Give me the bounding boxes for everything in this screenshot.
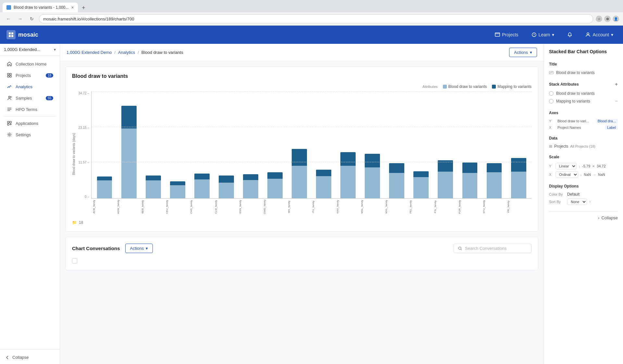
bar-pjl (434, 91, 457, 198)
bar-msl (361, 91, 384, 198)
bar-asw-top (121, 106, 137, 128)
x-axis-labels: ACB_family ASW_family BEB_family CEU_fam… (91, 199, 531, 216)
panel-stack-header: Stack Attributes + (549, 81, 618, 87)
conversations-left: Chart Conversations Actions ▾ (72, 244, 153, 253)
y-scale-dropdown[interactable]: Linear (556, 163, 577, 169)
stack-attr-2-remove-button[interactable]: − (615, 98, 618, 104)
bar-beb-bottom (146, 180, 161, 198)
svg-point-6 (587, 33, 589, 35)
bar-ceu-bottom (170, 185, 185, 198)
account-icon[interactable]: 👤 (613, 16, 619, 22)
extensions-icon[interactable]: ⚙ (604, 16, 611, 22)
legend-mapping-dot (492, 85, 496, 89)
sidebar-collapse-button[interactable]: Collapse (0, 352, 60, 362)
new-tab-button[interactable]: + (79, 3, 88, 12)
sidebar-item-analytics[interactable]: Analytics (1, 81, 58, 92)
bar-stu (483, 91, 506, 198)
conversation-checkbox[interactable] (72, 258, 77, 263)
svg-rect-17 (10, 121, 11, 123)
breadcrumb-collection[interactable]: 1,000G Extended Demo (67, 50, 112, 55)
reload-button[interactable]: ↻ (27, 14, 36, 23)
url-bar[interactable]: mosaic.frameshift.io/#/collections/189/c… (39, 14, 593, 23)
logo-text: mosaic (18, 31, 38, 38)
bar-pur-top (462, 163, 478, 173)
sidebar-item-hpo-terms[interactable]: HPO Terms (1, 104, 58, 115)
nav-account[interactable]: Account ▾ (582, 30, 617, 39)
legend-mapping: Mapping to variants (492, 84, 531, 89)
bar-khv-top (340, 152, 356, 166)
color-by-label: Color By (549, 192, 565, 196)
bar-ceu-top (170, 181, 185, 185)
breadcrumb-analytics[interactable]: Analytics (118, 50, 135, 55)
svg-rect-0 (9, 32, 11, 34)
legend-mapping-label: Mapping to variants (497, 84, 531, 89)
forward-button[interactable]: → (16, 14, 25, 23)
sidebar-item-settings[interactable]: Settings (1, 129, 58, 140)
bar-clm-top (219, 176, 234, 183)
sidebar-item-label: Collection Home (16, 62, 46, 67)
data-table-icon: ⊞ (549, 144, 552, 149)
app: mosaic Projects Learn ▾ Account ▾ 1,000G… (0, 26, 623, 364)
bar-esn-top (243, 174, 258, 180)
svg-point-12 (10, 96, 12, 98)
actions-button[interactable]: Actions ▾ (509, 48, 537, 57)
sidebar-nav: Collection Home Projects 18 Analytics (0, 55, 60, 349)
sidebar-item-samples[interactable]: Samples 55 (1, 92, 58, 103)
sort-by-dropdown[interactable]: None (567, 199, 587, 205)
panel-data-header: Data (549, 136, 618, 140)
hpo-icon (6, 106, 12, 112)
sidebar-item-collection-home[interactable]: Collection Home (1, 58, 58, 69)
back-button[interactable]: ← (4, 14, 13, 23)
x-label-mxl: MXL_family (385, 199, 408, 216)
bar-chs (190, 91, 214, 198)
conversations-header: Chart Conversations Actions ▾ Search Con… (72, 244, 531, 253)
active-tab[interactable]: Blood draw to variants - 1,000... × (3, 3, 78, 12)
x-label-stu: STU_family (483, 199, 506, 216)
chart-footer: 📁 18 (72, 220, 531, 225)
sidebar-item-projects[interactable]: Projects 18 (1, 70, 58, 81)
bar-yri-top (511, 158, 526, 172)
panel-data-projects-row: ⊞ Projects All Projects (18) (549, 143, 618, 150)
panel-title-section: Title Blood draw to variants (549, 62, 618, 76)
y-axis-field-label: Y (549, 119, 556, 123)
nav-projects[interactable]: Projects (492, 30, 522, 39)
x-label-khv: KHV_family (336, 199, 360, 216)
chart-legend: Attributes Blood draw to variants Mappin… (72, 84, 531, 89)
bookmark-icon[interactable]: ☆ (596, 16, 602, 22)
sort-by-label: Sort By (549, 200, 565, 204)
nav-learn[interactable]: Learn ▾ (528, 30, 558, 39)
tab-close-button[interactable]: × (71, 5, 74, 10)
sidebar-item-applications[interactable]: Applications (1, 118, 58, 129)
x-scale-dropdown[interactable]: Ordinal (556, 171, 578, 178)
project-selector[interactable]: 1,000G Extended... ▾ (0, 44, 60, 55)
sidebar-item-label: Applications (16, 121, 38, 126)
conversations-search[interactable]: Search Conversations (454, 244, 531, 253)
bar-acb-top (97, 176, 112, 180)
bar-acb-bottom (97, 180, 112, 198)
breadcrumb-sep2: / (138, 50, 139, 55)
x-label-ceu: CEU_family (165, 199, 189, 216)
panel-data-section: Data ⊞ Projects All Projects (18) (549, 136, 618, 150)
panel-collapse-button[interactable]: › Collapse (549, 215, 618, 220)
bar-beb (141, 91, 165, 198)
nav-notifications[interactable] (564, 30, 576, 39)
panel-display-label: Display Options (549, 184, 579, 188)
conversations-actions-chevron-icon: ▾ (146, 246, 148, 251)
x-scale-max-arrow: → (593, 173, 596, 176)
bar-ceu (166, 91, 189, 198)
samples-icon (6, 95, 12, 101)
panel-display-section: Display Options Color By Default Sort By… (549, 184, 618, 206)
svg-rect-16 (7, 121, 9, 123)
bar-yri-bottom (511, 172, 526, 198)
chart-bars (91, 91, 531, 199)
samples-badge: 55 (46, 96, 53, 100)
y-axis-ticks: 34.72 – 23.15 – 11.57 – 0 – (78, 91, 91, 199)
bar-gwd (263, 91, 287, 198)
projects-badge: 18 (46, 73, 53, 78)
svg-rect-10 (10, 76, 11, 77)
bar-pjl-bottom (438, 172, 453, 198)
y-axis-label: Blood draw to variants (days) (72, 133, 76, 175)
panel-stack-add-button[interactable]: + (615, 81, 618, 87)
applications-icon (6, 120, 12, 126)
conversations-actions-button[interactable]: Actions ▾ (125, 244, 153, 253)
